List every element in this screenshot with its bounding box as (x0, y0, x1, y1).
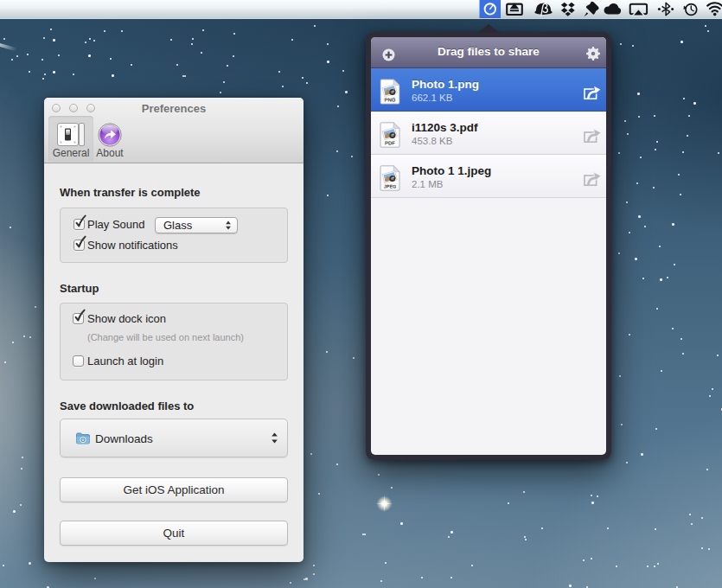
svg-text:JPEG: JPEG (384, 184, 396, 189)
svg-text:PNG: PNG (384, 98, 395, 103)
svg-text:PDF: PDF (385, 141, 395, 146)
